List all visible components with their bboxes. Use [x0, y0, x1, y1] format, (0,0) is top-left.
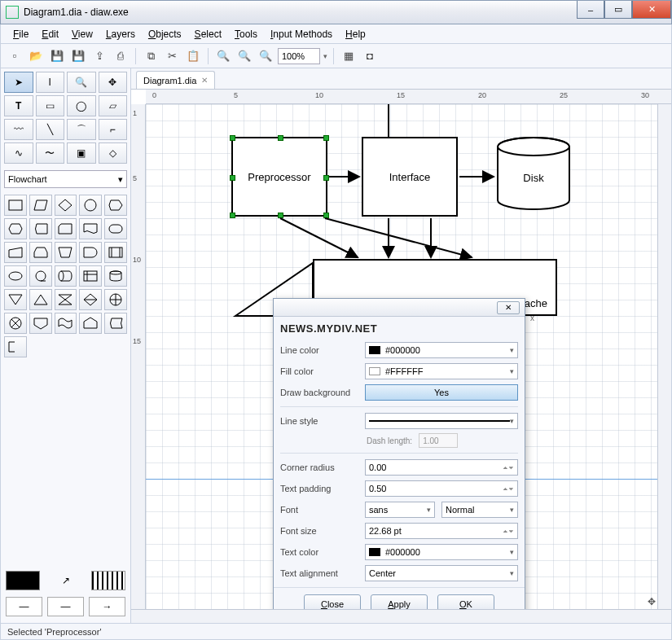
shape-document[interactable]: [79, 218, 102, 239]
menu-view[interactable]: View: [66, 27, 99, 42]
shape-sort[interactable]: [79, 289, 102, 310]
corner-radius-field[interactable]: 0.00: [365, 459, 518, 476]
minimize-button[interactable]: –: [577, 1, 604, 19]
shape-predefined[interactable]: [104, 242, 127, 263]
shape-collate[interactable]: [55, 289, 77, 310]
menu-layers[interactable]: Layers: [100, 27, 141, 42]
shape-connector[interactable]: [79, 195, 102, 216]
fill-color-field[interactable]: #FFFFFF: [365, 363, 518, 379]
scrollbar-vertical[interactable]: [657, 104, 671, 609]
linestyle-swatch[interactable]: [91, 571, 125, 590]
menu-edit[interactable]: Edit: [36, 27, 64, 42]
line-color-field[interactable]: #000000: [365, 342, 518, 358]
scroll-tool[interactable]: ✥: [99, 72, 128, 93]
line-tool[interactable]: ╲: [36, 119, 65, 140]
menu-file[interactable]: File: [7, 27, 34, 42]
node-preprocessor[interactable]: Preprocessor: [231, 137, 327, 217]
zoom-fit-icon[interactable]: 🔍: [257, 47, 275, 65]
shape-parallelogram[interactable]: [29, 195, 52, 216]
menu-tools[interactable]: Tools: [229, 27, 263, 42]
tab-close-icon[interactable]: ✕: [201, 76, 208, 85]
saveas-icon[interactable]: 💾: [69, 47, 87, 65]
shape-offpage2[interactable]: [79, 313, 102, 334]
node-interface[interactable]: Interface: [362, 137, 458, 217]
object-snap-icon[interactable]: ◘: [361, 47, 379, 65]
shape-database[interactable]: [104, 265, 127, 287]
arrow-line[interactable]: —: [47, 597, 84, 616]
shape-delay[interactable]: [79, 242, 102, 263]
copy-icon[interactable]: ⧉: [142, 47, 160, 65]
bezier-tool[interactable]: 〰: [4, 119, 33, 140]
font-name-field[interactable]: sans: [365, 502, 435, 518]
shape-card[interactable]: [55, 218, 77, 239]
zoom-input[interactable]: [278, 48, 320, 64]
shape-offpage[interactable]: [29, 313, 52, 334]
color-swatch[interactable]: [6, 571, 40, 590]
menu-objects[interactable]: Objects: [143, 27, 187, 42]
shape-extract[interactable]: [29, 289, 52, 310]
shape-ellipse[interactable]: [4, 265, 27, 287]
shape-preparation[interactable]: [4, 218, 27, 239]
menu-help[interactable]: Help: [340, 27, 371, 42]
draw-background-toggle[interactable]: Yes: [365, 384, 518, 401]
font-size-field[interactable]: 22.68 pt: [365, 523, 518, 539]
font-weight-field[interactable]: Normal: [441, 502, 518, 518]
export-icon[interactable]: ⇪: [90, 47, 108, 65]
dialog-close-icon[interactable]: ✕: [497, 301, 520, 314]
image-tool[interactable]: ▣: [67, 142, 96, 164]
tab-diagram1[interactable]: Diagram1.dia ✕: [136, 71, 215, 89]
save-icon[interactable]: 💾: [48, 47, 66, 65]
arc-tool[interactable]: ⌒: [67, 119, 96, 140]
text-color-field[interactable]: #000000: [365, 544, 518, 560]
shape-direct[interactable]: [55, 265, 77, 287]
ellipse-tool[interactable]: ◯: [67, 95, 96, 116]
dialog-close-button[interactable]: Close: [304, 594, 361, 609]
shape-stored[interactable]: [29, 218, 52, 239]
shape-process[interactable]: [4, 195, 27, 216]
canvas[interactable]: Preprocessor Interface Disk Local functi…: [146, 104, 657, 609]
node-disk[interactable]: Disk: [496, 137, 571, 221]
bezierline-tool[interactable]: 〜: [36, 142, 65, 164]
shape-manual-op[interactable]: [55, 242, 77, 263]
text-edit-tool[interactable]: I: [36, 72, 65, 93]
print-icon[interactable]: ⎙: [112, 47, 130, 65]
maximize-button[interactable]: ▭: [604, 1, 632, 19]
shape-category-select[interactable]: Flowchart▾: [4, 170, 127, 188]
box-tool[interactable]: ▭: [36, 95, 65, 116]
dialog-apply-button[interactable]: Apply: [371, 594, 428, 609]
zoom-out-icon[interactable]: 🔍: [235, 47, 253, 65]
shape-loop[interactable]: [29, 242, 52, 263]
shape-datasource[interactable]: [104, 313, 127, 334]
dialog-ok-button[interactable]: OK: [437, 594, 494, 609]
cut-icon[interactable]: ✂: [163, 47, 181, 65]
shape-decision[interactable]: [55, 195, 77, 216]
arrow-start[interactable]: —: [6, 597, 42, 616]
polyline-tool[interactable]: ∿: [4, 142, 33, 164]
shape-internal[interactable]: [79, 265, 102, 287]
line-style-field[interactable]: [365, 413, 518, 429]
shape-or[interactable]: [104, 289, 127, 310]
arrow-end[interactable]: →: [89, 597, 125, 616]
menu-input-methods[interactable]: Input Methods: [265, 27, 338, 42]
shape-display[interactable]: [104, 195, 127, 216]
shape-sequential[interactable]: [29, 265, 52, 287]
dialog-mini-x[interactable]: x: [530, 313, 534, 322]
paste-icon[interactable]: 📋: [184, 47, 202, 65]
shape-tape[interactable]: [55, 313, 77, 334]
new-icon[interactable]: ▫: [6, 47, 24, 65]
zoom-in-icon[interactable]: 🔍: [214, 47, 232, 65]
scrollbar-horizontal[interactable]: [131, 609, 671, 623]
shape-merge[interactable]: [4, 289, 27, 310]
shape-sum[interactable]: [4, 313, 27, 334]
magnify-tool[interactable]: 🔍: [67, 72, 96, 93]
pointer-tool[interactable]: ➤: [4, 72, 33, 93]
outline-tool[interactable]: ◇: [99, 142, 128, 164]
polygon-tool[interactable]: ▱: [99, 95, 128, 116]
menu-select[interactable]: Select: [189, 27, 227, 42]
shape-annotation[interactable]: [4, 336, 27, 357]
zigzag-tool[interactable]: ⌐: [99, 119, 128, 140]
scroll-origin-icon[interactable]: ✥: [648, 596, 656, 607]
shape-terminal[interactable]: [104, 218, 127, 239]
text-align-field[interactable]: Center: [365, 565, 518, 581]
text-padding-field[interactable]: 0.50: [365, 480, 518, 497]
